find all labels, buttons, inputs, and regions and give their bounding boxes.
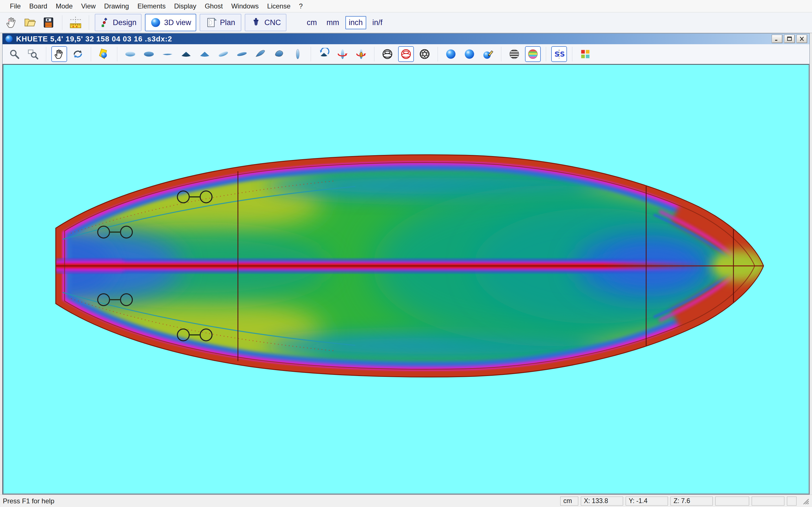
save-icon[interactable] — [41, 14, 56, 31]
menu-help[interactable]: ? — [295, 0, 307, 12]
unit-cm[interactable]: cm — [303, 16, 320, 29]
status-coord-x: X: 133.8 — [581, 497, 623, 506]
design-icon — [100, 16, 110, 29]
menu-display[interactable]: Display — [170, 0, 200, 12]
3d-view-label: 3D view — [164, 18, 191, 27]
document-icon — [5, 35, 13, 43]
design-button[interactable]: Design — [95, 14, 142, 31]
status-panel-empty-1 — [715, 497, 749, 506]
menu-windows[interactable]: Windows — [227, 0, 263, 12]
toolbar-separator — [89, 15, 89, 30]
unit-inf[interactable]: in/f — [369, 16, 386, 29]
menu-file[interactable]: File — [6, 0, 25, 12]
color-palette-icon[interactable] — [577, 46, 593, 62]
status-bar: Press F1 for help cm X: 133.8 Y: -1.4 Z:… — [0, 495, 812, 507]
menu-drawing[interactable]: Drawing — [100, 0, 133, 12]
resize-grip[interactable] — [802, 497, 809, 505]
minimize-button[interactable] — [772, 35, 782, 43]
svg-text:S: S — [560, 50, 565, 58]
toolbar-separator — [501, 47, 501, 61]
wireframe-current-icon[interactable] — [398, 46, 414, 62]
document-window: KHUETE 5,4' 19,5' 32 158 04 03 16 .s3dx:… — [2, 33, 810, 495]
status-coord-z: Z: 7.6 — [670, 497, 713, 506]
view-outline-icon[interactable] — [290, 46, 306, 62]
zebra-stripes-icon[interactable] — [506, 46, 522, 62]
status-unit: cm — [560, 497, 578, 506]
rotate-long-axis-icon[interactable] — [335, 46, 350, 62]
toolbar-separator — [546, 47, 546, 61]
view-front-icon[interactable] — [178, 46, 194, 62]
toolbar-separator — [438, 47, 438, 61]
view-back-icon[interactable] — [197, 46, 213, 62]
main-toolbar: Design 3D view Plan CNC cm mm inch in/f — [0, 12, 812, 33]
document-title: KHUETE 5,4' 19,5' 32 158 04 03 16 .s3dx:… — [16, 35, 172, 43]
svg-text:S: S — [555, 50, 560, 58]
cnc-icon — [250, 16, 262, 29]
view-toolbar: SS — [3, 44, 809, 64]
unit-mm[interactable]: mm — [323, 16, 343, 29]
cnc-button[interactable]: CNC — [245, 14, 287, 31]
pan-hand-icon[interactable] — [51, 46, 67, 62]
status-coord-y: Y: -1.4 — [626, 497, 668, 506]
menu-board[interactable]: Board — [25, 0, 52, 12]
unit-selector: cm mm inch in/f — [303, 16, 386, 29]
shaded-smooth-icon[interactable] — [462, 46, 477, 62]
unit-inch[interactable]: inch — [345, 16, 366, 29]
toolbar-separator — [62, 15, 62, 30]
symmetry-check-icon[interactable]: SS — [551, 46, 567, 62]
light-icon[interactable] — [96, 46, 112, 62]
view-top-icon[interactable] — [122, 46, 138, 62]
zoom-icon[interactable] — [6, 46, 22, 62]
document-titlebar[interactable]: KHUETE 5,4' 19,5' 32 158 04 03 16 .s3dx:… — [3, 34, 809, 44]
design-label: Design — [113, 18, 137, 27]
rotate-front-icon[interactable] — [316, 46, 332, 62]
status-panel-empty-2 — [752, 497, 784, 506]
toolbar-separator — [572, 47, 572, 61]
toolbar-separator — [117, 47, 117, 61]
menu-elements[interactable]: Elements — [133, 0, 170, 12]
menu-bar: File Board Mode View Drawing Elements Di… — [0, 0, 812, 12]
menu-ghost[interactable]: Ghost — [200, 0, 227, 12]
cnc-label: CNC — [264, 18, 281, 27]
menu-license[interactable]: License — [263, 0, 295, 12]
sketch-icon[interactable] — [480, 46, 496, 62]
plan-icon — [206, 16, 217, 29]
plan-button[interactable]: Plan — [200, 14, 241, 31]
toolbar-separator — [311, 47, 311, 61]
pointer-icon[interactable] — [4, 14, 19, 31]
wireframe-icon[interactable] — [379, 46, 395, 62]
plan-label: Plan — [220, 18, 235, 27]
sphere-icon — [150, 17, 161, 28]
view-persp-bottom-icon[interactable] — [234, 46, 250, 62]
close-button[interactable] — [797, 35, 807, 43]
flip-board-icon[interactable] — [353, 46, 369, 62]
zoom-window-icon[interactable] — [25, 46, 41, 62]
curvature-map-icon[interactable] — [525, 46, 541, 62]
status-help-text: Press F1 for help — [3, 497, 54, 505]
rotate-3d-icon[interactable] — [70, 46, 86, 62]
shaded-icon[interactable] — [443, 46, 459, 62]
open-folder-icon[interactable] — [22, 14, 38, 31]
status-panel-empty-3 — [787, 497, 797, 506]
view-bottom-icon[interactable] — [141, 46, 157, 62]
view-persp-top-icon[interactable] — [215, 46, 231, 62]
menu-mode[interactable]: Mode — [52, 0, 77, 12]
view-side-icon[interactable] — [160, 46, 175, 62]
board-surface — [3, 144, 777, 392]
view-persp-free-icon[interactable] — [271, 46, 287, 62]
surfboard-render — [3, 65, 809, 494]
mesh-icon[interactable] — [417, 46, 433, 62]
view-persp-side-icon[interactable] — [253, 46, 268, 62]
toolbar-separator — [374, 47, 374, 61]
3d-view-button[interactable]: 3D view — [145, 14, 196, 31]
measurements-icon[interactable] — [68, 14, 83, 31]
toolbar-separator — [46, 47, 46, 61]
maximize-button[interactable] — [784, 35, 795, 43]
viewport-3d[interactable] — [3, 64, 809, 494]
menu-view[interactable]: View — [77, 0, 100, 12]
